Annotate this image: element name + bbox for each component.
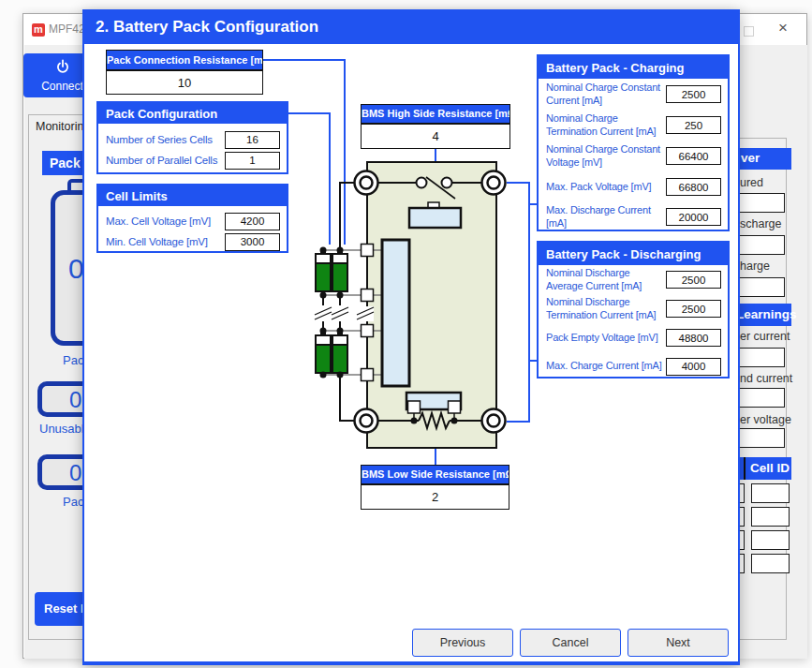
max-cell-voltage-input[interactable] [225,213,280,230]
cellid-header-text: Cell ID [750,461,790,475]
charge-constant-voltage-label: Nominal Charge Constant Voltage [mV] [546,143,666,170]
cellid-header-divider [744,457,746,480]
max-charge-current-label: Max. Charge Current [mA] [546,360,666,373]
cellid-cell[interactable] [751,530,790,550]
bms-low-side-header: BMS Low Side Resistance [mΩ] [361,465,509,484]
discharge-label: scharge [740,217,781,230]
series-cells-label: Number of Series Cells [106,133,213,146]
power-header-text: ver [741,151,760,165]
max-discharge-current-label: Max. Discharge Current [mA] [546,204,666,230]
cellid-cell[interactable] [751,507,790,527]
cellid-cell[interactable] [751,554,790,573]
parallel-cells-row: Number of Parallel Cells [98,150,287,171]
parallel-cells-input[interactable] [225,152,280,170]
close-icon[interactable]: × [778,18,788,38]
power-icon [55,59,70,75]
min-cell-voltage-label: Min. Cell Voltage [mV] [106,235,208,248]
max-pack-voltage-label: Max. Pack Voltage [mV] [546,181,666,194]
gauge1-label: Pac [63,353,83,367]
max-pack-voltage-row: Max. Pack Voltage [mV] [539,171,728,202]
charge-constant-current-label: Nominal Charge Constant Current [mA] [546,82,666,108]
pack-configuration-panel: Pack Configuration Number of Series Cell… [96,101,288,174]
pack-connection-resistance-header: Pack Connection Resistance [mΩ] [106,50,263,70]
charge-termination-current-label: Nominal Charge Termination Current [mA] [546,112,666,139]
screen: m MPF4279 × Connect Monitoring Pack Re 0… [0,0,812,668]
charge-constant-current-input[interactable] [666,85,721,103]
maximize-icon[interactable] [744,26,754,37]
next-button[interactable]: Next [627,629,729,657]
series-cells-row: Number of Series Cells [98,129,287,150]
discharge-average-current-input[interactable] [666,271,721,289]
discharging-header: Battery Pack - Discharging [539,243,728,265]
battery-pack-discharging-panel: Battery Pack - Discharging Nominal Disch… [537,241,730,379]
charge-constant-voltage-input[interactable] [666,147,721,165]
bms-low-side-input[interactable] [362,485,509,509]
microchip-logo-icon: m [32,23,45,37]
max-discharge-current-row: Max. Discharge Current [mA] [539,202,728,231]
min-cell-voltage-input[interactable] [225,233,280,251]
charge-termination-current-row: Nominal Charge Termination Current [mA] [539,110,728,141]
discharge-termination-current-label: Nominal Discharge Termination Current [m… [546,296,666,322]
pack-empty-voltage-input[interactable] [666,329,721,347]
cellid-cell[interactable] [751,483,790,503]
min-cell-voltage-row: Min. Cell Voltage [mV] [98,231,287,252]
pack-empty-voltage-row: Pack Empty Voltage [mV] [539,323,728,352]
discharge-termination-current-row: Nominal Discharge Termination Current [m… [539,294,728,323]
parallel-cells-label: Number of Parallel Cells [106,154,217,167]
pack-configuration-header: Pack Configuration [98,103,287,124]
learn-current2-label: nd current [740,372,792,385]
discharge-average-current-row: Nominal Discharge Average Current [mA] [539,265,728,294]
max-charge-current-row: Max. Charge Current [mA] [539,352,728,380]
dialog-title: 2. Battery Pack Configuration [82,9,740,44]
charge-constant-current-row: Nominal Charge Constant Current [mA] [539,79,728,110]
battery-pack-charging-panel: Battery Pack - Charging Nominal Charge C… [537,54,730,231]
charge-constant-voltage-row: Nominal Charge Constant Voltage [mV] [539,141,728,171]
learn-voltage-label: er voltage [740,413,791,426]
cell-limits-panel: Cell Limits Max. Cell Voltage [mV] Min. … [96,184,288,253]
max-cell-voltage-label: Max. Cell Voltage [mV] [106,215,211,228]
gauge2-label: Unusabl [39,422,84,436]
cancel-button[interactable]: Cancel [520,629,621,657]
charge-label: harge [740,260,770,273]
charging-header: Battery Pack - Charging [539,56,728,79]
previous-button[interactable]: Previous [412,629,513,657]
bms-high-side-box [361,124,510,149]
measured-label: ured [740,176,763,189]
learn-current1-label: er current [740,330,790,343]
charge-termination-current-input[interactable] [666,116,721,134]
bms-high-side-header: BMS High Side Resistance [mΩ] [361,104,510,124]
pack-empty-voltage-label: Pack Empty Voltage [mV] [546,332,666,345]
discharge-average-current-label: Nominal Discharge Average Current [mA] [546,267,666,293]
discharge-termination-current-input[interactable] [666,300,721,318]
pack-connection-resistance-box [106,70,263,95]
cell-limits-header: Cell Limits [98,186,287,206]
gauge3-value: 0 [69,460,81,486]
max-discharge-current-input[interactable] [666,208,721,226]
series-cells-input[interactable] [225,131,280,149]
learnings-header-text: Learnings [736,307,797,321]
max-charge-current-input[interactable] [666,358,721,376]
bms-low-side-box [361,484,509,510]
max-cell-voltage-row: Max. Cell Voltage [mV] [98,211,287,231]
gauge3-label: Pac [63,495,83,509]
pack-connection-resistance-input[interactable] [107,71,262,94]
bms-high-side-input[interactable] [362,125,509,148]
max-pack-voltage-input[interactable] [666,178,721,196]
gauge2-value: 0 [69,387,81,413]
